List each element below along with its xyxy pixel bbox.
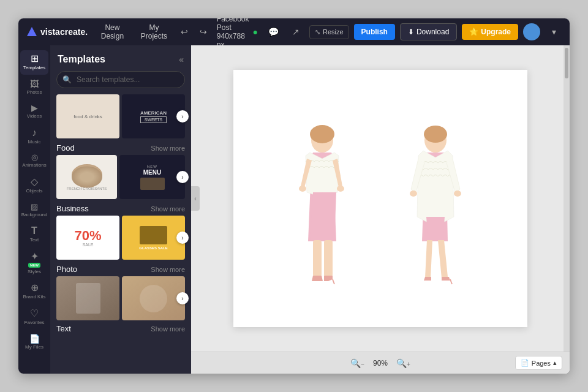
sidebar-item-objects[interactable]: ◇ Objects [20, 173, 48, 198]
canvas-wrapper: ‹ [191, 45, 570, 352]
canvas-scrollbar[interactable] [564, 45, 570, 352]
redo-button[interactable]: ↪ [197, 23, 209, 40]
sidebar-item-photos[interactable]: 🖼 Photos [20, 76, 48, 99]
templates-panel: Templates « 🔍 food & drinks [50, 45, 191, 374]
upgrade-button[interactable]: ⭐ Upgrade [462, 24, 518, 40]
canvas-surface [233, 70, 527, 327]
food-next-button[interactable]: › [176, 171, 189, 183]
business-next-button[interactable]: › [176, 232, 189, 244]
svg-point-11 [454, 190, 461, 197]
sidebar-item-templates[interactable]: ⊞ Templates [20, 50, 48, 75]
logo-text: vistacreate. [40, 27, 88, 37]
avatar-button[interactable] [523, 23, 540, 40]
business-show-more-button[interactable]: Show more [151, 205, 185, 213]
svg-rect-5 [313, 240, 322, 277]
sidebar-item-animations[interactable]: ◎ Animations [20, 149, 48, 172]
canvas-svg [233, 70, 527, 327]
food-template-thumb-2[interactable]: NEW MENU [119, 155, 185, 199]
my-files-icon: 📄 [29, 334, 40, 343]
main-area: ⊞ Templates 🖼 Photos ▶ Videos ♪ Music ◎ … [18, 45, 570, 374]
figure-right [410, 126, 461, 284]
logo: vistacreate. [26, 26, 88, 38]
business-template-thumb-2[interactable]: GLASSES SALE [122, 216, 185, 260]
undo-button[interactable]: ↩ [178, 23, 190, 40]
publish-button[interactable]: Publish [354, 24, 395, 40]
sidebar-item-my-files[interactable]: 📄 My Files [20, 331, 48, 354]
animations-icon: ◎ [31, 153, 38, 161]
my-projects-button[interactable]: My Projects [137, 21, 171, 43]
share-button[interactable]: ↗ [287, 23, 304, 40]
videos-icon: ▶ [31, 104, 38, 112]
search-icon: 🔍 [62, 75, 72, 84]
canvas-area: ‹ [191, 45, 570, 374]
search-input[interactable] [56, 71, 185, 88]
pages-chevron-icon: ▴ [553, 359, 557, 367]
template-thumb-top-1[interactable]: food & drinks [56, 94, 119, 138]
download-icon: ⬇ [408, 28, 414, 36]
photo-next-button[interactable]: › [176, 292, 189, 304]
top-banner-next-button[interactable]: › [176, 110, 189, 123]
food-show-more-button[interactable]: Show more [151, 145, 185, 152]
canvas-bottom-bar: 🔍 − 90% 🔍 + 📄 Pages ▴ [191, 352, 570, 374]
resize-icon: ⤡ [315, 28, 320, 36]
sidebar-item-music[interactable]: ♪ Music [20, 124, 48, 149]
panel-header: Templates « [50, 45, 191, 71]
photos-icon: 🖼 [30, 80, 39, 88]
app-window: vistacreate. New Design My Projects ↩ ↪ … [18, 18, 570, 374]
business-category-row: Business Show more [56, 204, 185, 213]
brand-kits-icon: ⊕ [31, 283, 39, 293]
zoom-level: 90% [373, 359, 388, 368]
sidebar-item-styles[interactable]: ✦ NEW Styles [20, 248, 48, 279]
sidebar-icons: ⊞ Templates 🖼 Photos ▶ Videos ♪ Music ◎ … [18, 45, 50, 374]
photo-category-row: Photo Show more [56, 265, 185, 274]
svg-point-9 [424, 126, 447, 143]
top-banner-row: food & drinks AMERICAN SWEETS › [56, 94, 185, 138]
zoom-minus-icon: − [361, 361, 364, 368]
photo-template-thumb-2[interactable] [122, 276, 185, 320]
photo-category-name: Photo [56, 265, 77, 274]
doc-status-icon: ● [253, 27, 258, 37]
panel-collapse-arrow[interactable]: ‹ [191, 186, 200, 211]
templates-scroll: food & drinks AMERICAN SWEETS › Food Sho… [50, 94, 191, 374]
photo-show-more-button[interactable]: Show more [151, 266, 185, 273]
pages-icon: 📄 [521, 359, 529, 367]
photo-template-thumb-1[interactable] [56, 276, 119, 320]
sidebar-item-videos[interactable]: ▶ Videos [20, 100, 48, 123]
resize-button[interactable]: ⤡ Resize [309, 25, 349, 39]
text-category-bottom: Text Show more [56, 324, 185, 333]
styles-icon: ✦ [31, 252, 39, 262]
favorites-icon: ♡ [30, 309, 39, 318]
sidebar-item-brand-kits[interactable]: ⊕ Brand Kits [20, 279, 48, 304]
food-template-thumb-1[interactable]: FRENCH CROISSANTS [56, 155, 117, 199]
text-icon: T [31, 226, 37, 236]
more-options-button[interactable]: ▾ [545, 23, 562, 40]
food-category-row: Food Show more [56, 143, 185, 153]
template-thumb-top-2[interactable]: AMERICAN SWEETS [122, 94, 185, 138]
svg-line-7 [333, 279, 334, 284]
music-icon: ♪ [32, 128, 37, 138]
templates-icon: ⊞ [31, 54, 39, 64]
zoom-out-icon: 🔍 [350, 358, 361, 368]
sidebar-item-favorites[interactable]: ♡ Favorites [20, 305, 48, 330]
food-category-name: Food [56, 143, 75, 153]
zoom-in-button[interactable]: 🔍 + [394, 356, 413, 371]
zoom-out-button[interactable]: 🔍 − [348, 356, 367, 371]
svg-point-4 [337, 186, 344, 192]
doc-info: Facebook Post 940x788 px ● [217, 18, 258, 49]
download-button[interactable]: ⬇ Download [400, 23, 457, 40]
top-bar-actions: 💬 ↗ ⤡ Resize Publish ⬇ Download ⭐ Upgrad… [265, 23, 562, 40]
svg-point-10 [410, 190, 417, 197]
objects-icon: ◇ [31, 177, 38, 187]
svg-line-12 [450, 279, 452, 284]
text-category-name: Text [56, 324, 71, 333]
search-box: 🔍 [56, 71, 185, 88]
text-show-more-button[interactable]: Show more [151, 325, 185, 333]
new-design-button[interactable]: New Design [95, 21, 130, 43]
business-template-thumb-1[interactable]: 70% SALE [56, 216, 119, 260]
panel-close-button[interactable]: « [179, 55, 184, 64]
sidebar-item-text[interactable]: T Text [20, 222, 48, 247]
comment-button[interactable]: 💬 [265, 23, 282, 40]
svg-point-3 [299, 186, 306, 192]
sidebar-item-background[interactable]: ▨ Background [20, 199, 48, 222]
pages-button[interactable]: 📄 Pages ▴ [515, 356, 562, 370]
